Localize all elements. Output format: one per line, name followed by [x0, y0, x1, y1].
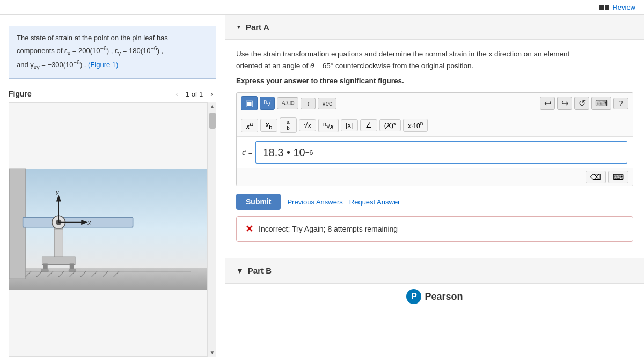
footer: P Pearson: [225, 283, 644, 309]
previous-answers-link[interactable]: Previous Answers: [287, 198, 342, 206]
error-icon: ✕: [245, 223, 253, 235]
vec-btn[interactable]: vec: [318, 98, 336, 109]
frac-btn[interactable]: ab: [280, 117, 297, 133]
nrtx-btn[interactable]: n√x: [318, 119, 339, 132]
right-panel: ▼ Part A Use the strain transformation e…: [225, 15, 644, 362]
part-b-title: Part B: [248, 266, 272, 275]
svg-rect-10: [43, 264, 48, 269]
figure-header: Figure ‹ 1 of 1 ›: [9, 85, 216, 102]
matrix-btn[interactable]: ▣: [241, 96, 258, 110]
problem-line1: The state of strain at the point on the …: [17, 34, 168, 42]
left-panel: The state of strain at the point on the …: [0, 15, 225, 362]
figure-container: y x ▲ ▼: [9, 102, 216, 357]
figure-canvas: y x: [9, 102, 208, 357]
scroll-down[interactable]: ▼: [209, 349, 216, 357]
top-bar: Review: [0, 0, 644, 15]
review-link[interactable]: Review: [599, 3, 635, 11]
part-b-header[interactable]: ▼ Part B: [225, 258, 644, 283]
part-b-arrow: ▼: [236, 267, 244, 275]
pearson-p-icon: P: [406, 289, 421, 304]
figure-svg: y x: [9, 103, 207, 356]
problem-statement: The state of strain at the point on the …: [9, 26, 216, 79]
math-toolbar-top: ▣ n√ AΣΦ ↕ vec ↩ ↪ ↺ ⌨ ?: [237, 93, 633, 114]
submit-button[interactable]: Submit: [236, 194, 281, 210]
svg-rect-9: [42, 257, 76, 264]
math-toolbar-mid: xa xb ab √x n√x |x| ∠ (X)* x·10n: [237, 114, 633, 137]
scrollbar[interactable]: ▲ ▼: [208, 102, 216, 357]
svg-text:x: x: [87, 219, 91, 226]
sqrtx-btn[interactable]: √x: [299, 119, 316, 131]
aso-btn[interactable]: AΣΦ: [277, 97, 298, 109]
svg-rect-8: [54, 229, 63, 259]
figure-section: Figure ‹ 1 of 1 ›: [0, 85, 225, 362]
figure-next-btn[interactable]: ›: [207, 88, 216, 99]
math-editor: ▣ n√ AΣΦ ↕ vec ↩ ↪ ↺ ⌨ ?: [236, 92, 633, 186]
part-a-content: Use the strain transformation equations …: [225, 40, 644, 258]
part-a-section: ▼ Part A Use the strain transformation e…: [225, 15, 644, 258]
error-text: Incorrect; Try Again; 8 attempts remaini…: [259, 225, 398, 233]
math-toolbar-bottom-right: ⌫ ⌨: [237, 168, 633, 186]
submit-row: Submit Previous Answers Request Answer: [236, 194, 633, 210]
error-box: ✕ Incorrect; Try Again; 8 attempts remai…: [236, 216, 633, 242]
part-a-arrow: ▼: [236, 24, 241, 30]
xb-btn[interactable]: xb: [260, 119, 277, 132]
svg-rect-13: [69, 269, 76, 272]
express-text: Express your answer to three significant…: [236, 77, 633, 85]
keyboard-btn[interactable]: ⌨: [591, 97, 611, 110]
part-a-header[interactable]: ▼ Part A: [225, 15, 644, 40]
backspace-btn[interactable]: ⌫: [586, 171, 606, 183]
xstar-btn[interactable]: (X)*: [379, 119, 401, 131]
review-label: Review: [612, 3, 635, 11]
figure1-link[interactable]: (Figure 1): [88, 61, 118, 69]
pearson-logo: P Pearson: [406, 289, 463, 304]
problem-text-1: Use the strain transformation equations …: [236, 48, 633, 71]
sci-btn[interactable]: x·10n: [403, 119, 428, 132]
figure-page: 1 of 1: [186, 90, 203, 98]
math-input-label: ε′ =: [242, 149, 252, 157]
math-input-row: ε′ = 18.3 • 10−6: [237, 137, 633, 168]
updown-btn[interactable]: ↕: [301, 98, 316, 109]
svg-rect-12: [41, 269, 48, 272]
refresh-btn[interactable]: ↺: [574, 97, 589, 110]
scroll-thumb[interactable]: [209, 113, 216, 129]
xa-btn[interactable]: xa: [241, 119, 258, 132]
abs-btn[interactable]: |x|: [341, 119, 358, 131]
part-b-section: ▼ Part B: [225, 258, 644, 283]
redo-btn[interactable]: ↪: [557, 97, 572, 110]
angle-btn[interactable]: ∠: [360, 119, 377, 131]
problem-line3: and γxy = −300(10−6) . (Figure 1): [17, 61, 118, 69]
figure-nav: ‹ 1 of 1 ›: [172, 88, 216, 99]
math-input-display[interactable]: 18.3 • 10−6: [255, 141, 627, 164]
problem-line2: components of εx = 200(10−6) , εy = 180(…: [17, 47, 163, 55]
help-btn[interactable]: ?: [613, 98, 628, 109]
figure-prev-btn[interactable]: ‹: [172, 88, 181, 99]
main-layout: The state of strain at the point on the …: [0, 15, 644, 362]
keyboard2-btn[interactable]: ⌨: [608, 171, 628, 183]
part-a-title: Part A: [246, 23, 269, 32]
scroll-up[interactable]: ▲: [209, 102, 216, 110]
pearson-label: Pearson: [425, 291, 463, 302]
sqrt-mode-btn[interactable]: n√: [260, 97, 275, 110]
undo-btn[interactable]: ↩: [540, 97, 555, 110]
review-icon: [599, 5, 609, 10]
request-answer-link[interactable]: Request Answer: [349, 198, 400, 206]
figure-title: Figure: [9, 90, 32, 98]
svg-rect-11: [70, 264, 74, 269]
